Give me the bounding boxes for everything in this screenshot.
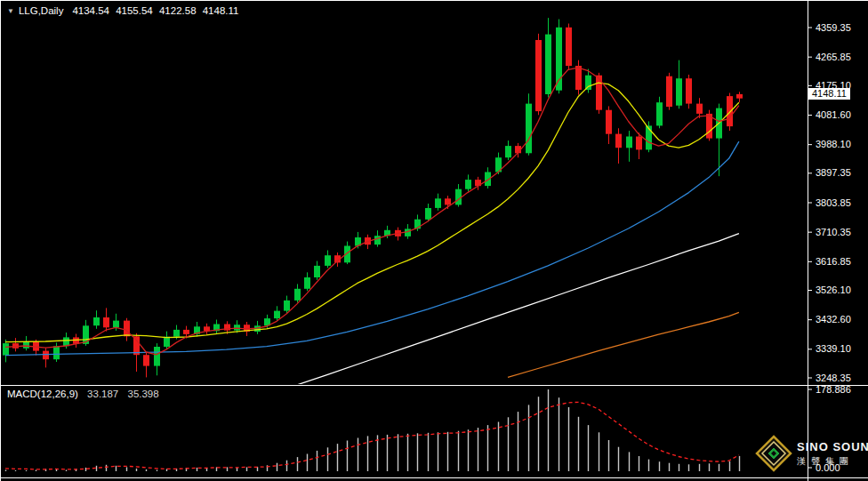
candle	[727, 96, 733, 126]
candle	[636, 137, 642, 150]
symbol-timeframe-label: LLG,Daily	[19, 5, 64, 16]
macd-signal-value: 35.398	[127, 389, 158, 399]
candle	[154, 347, 160, 366]
candle	[535, 40, 542, 111]
candle	[575, 66, 582, 90]
ma-longest-orange	[508, 312, 739, 377]
candle	[143, 355, 149, 365]
candle	[505, 146, 511, 157]
symbol-dropdown-icon[interactable]: ▼	[7, 7, 14, 15]
ma-fast-red	[5, 68, 739, 355]
candle	[284, 301, 290, 311]
candle	[686, 78, 692, 103]
candle	[23, 341, 29, 349]
candle	[43, 351, 49, 360]
candle	[465, 180, 471, 189]
candle	[656, 102, 663, 125]
candle	[455, 189, 462, 205]
candle	[314, 266, 320, 277]
candle	[374, 236, 381, 245]
candle	[124, 321, 130, 337]
macd-main-value: 33.187	[87, 389, 118, 399]
candle	[93, 317, 100, 325]
candle	[626, 137, 632, 148]
candle	[53, 346, 60, 359]
candles-layer	[3, 18, 743, 377]
candle	[113, 321, 119, 328]
candle	[526, 104, 532, 154]
candle	[173, 330, 180, 337]
sino-sound-logo: SINO SOUND 漢聲集團	[755, 435, 868, 472]
candle	[435, 198, 441, 208]
candle	[405, 228, 411, 236]
candle	[485, 172, 491, 187]
macd-name: MACD(12,26,9)	[7, 389, 78, 399]
ma-lines-layer	[5, 68, 739, 389]
candle	[556, 28, 562, 91]
candle	[606, 110, 612, 134]
sino-sound-logo-icon	[755, 435, 792, 472]
chart-window: ▼ LLG,Daily 4134.54 4155.54 4122.58 4148…	[0, 0, 868, 481]
candle	[164, 337, 170, 347]
macd-indicator-label: MACD(12,26,9) 33.187 35.398	[7, 389, 159, 399]
candle	[304, 277, 310, 289]
candle	[615, 134, 622, 148]
logo-title: SINO SOUND	[797, 440, 868, 453]
candle	[666, 76, 672, 107]
candle	[3, 343, 9, 356]
macd-layer	[5, 389, 740, 471]
candle	[545, 35, 551, 94]
current-price-tag: 4148.11	[808, 88, 850, 100]
candle	[566, 28, 572, 66]
ma-long-white	[286, 234, 739, 389]
candle	[183, 330, 189, 334]
logo-subtitle: 漢聲集團	[797, 455, 868, 468]
candle	[585, 76, 591, 90]
candle	[234, 325, 240, 330]
candle	[696, 104, 703, 114]
candle	[736, 94, 743, 99]
price-chart-canvas[interactable]	[0, 0, 868, 481]
candle	[676, 78, 682, 106]
candle	[445, 198, 451, 204]
candle	[325, 255, 331, 266]
candle	[204, 326, 210, 331]
candle	[103, 317, 109, 327]
ohlc-values: 4134.54 4155.54 4122.58 4148.11	[72, 5, 238, 16]
candle	[425, 208, 431, 220]
candle	[294, 289, 301, 301]
symbol-ohlc-label: ▼ LLG,Daily 4134.54 4155.54 4122.58 4148…	[7, 5, 238, 16]
candle	[274, 311, 280, 319]
